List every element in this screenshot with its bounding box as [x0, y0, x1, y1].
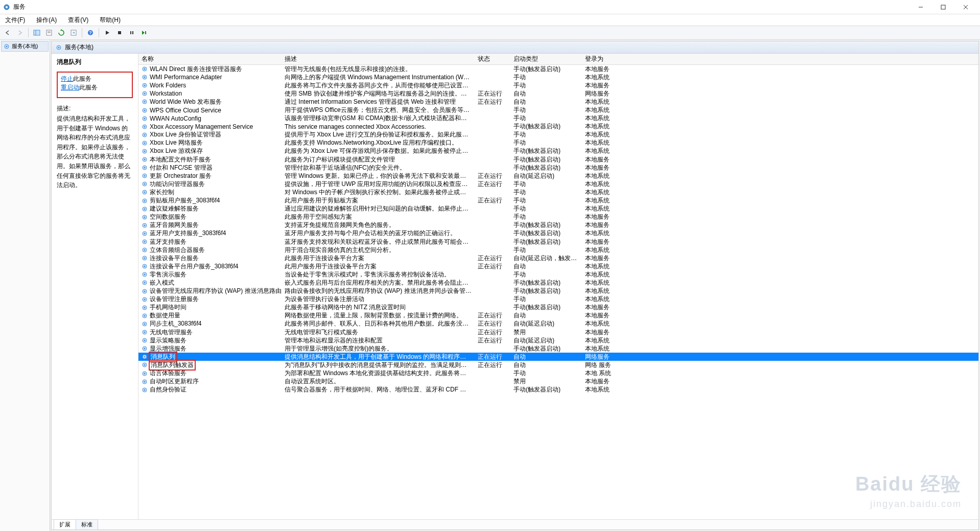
service-row[interactable]: Xbox Accessory Management ServiceThis se… — [138, 123, 978, 131]
service-name: 数据使用量 — [150, 311, 180, 320]
service-row[interactable]: 数据使用量网络数据使用量，流量上限，限制背景数据，按流量计费的网络。正在运行自动… — [138, 312, 978, 320]
menu-view[interactable]: 查看(V) — [66, 15, 90, 26]
col-header-description[interactable]: 描述 — [282, 55, 475, 63]
svg-point-51 — [144, 183, 146, 185]
service-row[interactable]: 建议疑难解答服务通过应用建议的疑难解答启用针对已知问题的自动缓解。如果停止，你的… — [138, 205, 978, 213]
service-row[interactable]: Xbox Live 游戏保存此服务为 Xbox Live 可保存游戏同步保存数据… — [138, 147, 978, 155]
service-row[interactable]: World Wide Web 发布服务通过 Internet Informati… — [138, 98, 978, 106]
service-startup-type: 手动 — [510, 369, 582, 378]
col-header-name[interactable]: 名称 — [138, 55, 282, 63]
svg-point-67 — [144, 249, 146, 251]
tab-extended[interactable]: 扩展 — [54, 519, 76, 529]
col-header-status[interactable]: 状态 — [475, 55, 510, 63]
service-row[interactable]: WWAN AutoConfig该服务管理移动宽带(GSM 和 CDMA)数据卡/… — [138, 114, 978, 123]
col-header-startup-type[interactable]: 启动类型 — [510, 55, 582, 63]
svg-point-29 — [144, 93, 146, 95]
show-hide-tree-button[interactable] — [31, 27, 42, 38]
service-description: 自动设置系统时区。 — [282, 377, 475, 386]
service-row[interactable]: 消息队列触发器为"消息队列"队列中接收的消息提供基于规则的监控。当满足规则条件时… — [138, 361, 978, 369]
gear-icon — [142, 214, 148, 220]
service-row[interactable]: Xbox Live 身份验证管理器提供用于与 Xbox Live 进行交互的身份… — [138, 131, 978, 139]
minimize-button[interactable] — [909, 1, 932, 14]
export-button[interactable] — [68, 27, 79, 38]
help-button[interactable]: ? — [85, 27, 96, 38]
menu-help[interactable]: 帮助(H) — [98, 15, 123, 26]
service-row[interactable]: 无线电管理服务无线电管理和飞行模式服务正在运行禁用本地服务 — [138, 328, 978, 336]
service-row[interactable]: 自然身份验证信号聚合器服务，用于根据时间、网络、地理位置、蓝牙和 CDF 因素评… — [138, 386, 978, 394]
service-row[interactable]: 剪贴板用户服务_3083f6f4此用户服务用于剪贴板方案正在运行手动本地系统 — [138, 197, 978, 205]
gear-icon — [142, 90, 148, 97]
service-name: WMI Performance Adapter — [150, 74, 222, 81]
service-row[interactable]: 自动时区更新程序自动设置系统时区。禁用本地服务 — [138, 378, 978, 386]
service-row[interactable]: WMI Performance Adapter向网络上的客户端提供 Window… — [138, 73, 978, 81]
selected-service-title: 消息队列 — [57, 58, 133, 66]
svg-point-71 — [144, 266, 146, 267]
service-description: 用于管理显示增强(如亮度控制)的服务。 — [282, 344, 475, 353]
service-row[interactable]: 蓝牙用户支持服务_3083f6f4蓝牙用户服务支持与每个用户会话相关的蓝牙功能的… — [138, 229, 978, 238]
service-row[interactable]: 付款和 NFC/SE 管理器管理付款和基于近场通信(NFC)的安全元件。手动(触… — [138, 164, 978, 172]
service-logon-as: 本地服务 — [582, 238, 643, 246]
service-description: 支持蓝牙免提规范音频网关角色的服务。 — [282, 221, 475, 229]
service-row[interactable]: 嵌入模式嵌入式服务启用与后台应用程序相关的方案。禁用此服务将会阻止激活后台应用程… — [138, 279, 978, 287]
gear-icon — [142, 247, 148, 253]
menu-bar: 文件(F) 操作(A) 查看(V) 帮助(H) — [0, 14, 980, 26]
svg-point-37 — [144, 126, 146, 127]
forward-button[interactable] — [14, 27, 26, 38]
service-row[interactable]: 功能访问管理器服务提供设施，用于管理 UWP 应用对应用功能的访问权限以及检查应… — [138, 180, 978, 188]
service-row[interactable]: 连接设备平台服务此服务用于连接设备平台方案正在运行自动(延迟启动，触发器启动)本… — [138, 254, 978, 262]
restart-service-button[interactable] — [138, 27, 150, 38]
service-row[interactable]: 蓝牙支持服务蓝牙服务支持发现和关联远程蓝牙设备。停止或禁用此服务可能会导致已安装… — [138, 238, 978, 246]
service-row[interactable]: 家长控制对 Windows 中的子帐户强制执行家长控制。如果此服务被停止或禁用，… — [138, 188, 978, 196]
service-row[interactable]: 语言体验服务为部署和配置 Windows 本地化资源提供基础结构支持。此服务将按… — [138, 369, 978, 377]
service-row[interactable]: 设备管理无线应用程序协议 (WAP) 推送消息路由服务路由设备接收到的无线应用程… — [138, 287, 978, 295]
service-description: 该服务管理移动宽带(GSM 和 CDMA)数据卡/嵌入式模块适配器和自动配置网络… — [282, 114, 475, 123]
refresh-button[interactable] — [56, 27, 67, 38]
service-row[interactable]: 立体音频组合器服务用于混合现实音频仿真的主机空间分析。手动本地系统 — [138, 246, 978, 254]
service-logon-as: 本地服务 — [582, 164, 643, 172]
service-startup-type: 手动 — [510, 196, 582, 205]
service-row[interactable]: 显示策略服务管理本地和远程显示器的连接和配置正在运行自动(延迟启动)本地系统 — [138, 336, 978, 344]
service-description: 此服务为订户标识模块提供配置文件管理 — [282, 155, 475, 164]
service-row[interactable]: WPS Office Cloud Service用于提供WPS Office云服… — [138, 106, 978, 114]
description-text: 提供消息结构和开发工具，用于创建基于 Windows 的网络和程序的分布式消息应… — [57, 114, 133, 190]
service-row[interactable]: Work Folders此服务将与工作文件夹服务器同步文件，从而使你能够使用已设… — [138, 81, 978, 89]
menu-file[interactable]: 文件(F) — [3, 15, 27, 26]
service-row[interactable]: 手机网络时间此服务基于移动网络中的 NITZ 消息设置时间手动(触发器启动)本地… — [138, 304, 978, 312]
col-header-logon-as[interactable]: 登录为 — [582, 55, 643, 63]
service-row[interactable]: 空间数据服务此服务用于空间感知方案手动本地服务 — [138, 213, 978, 221]
service-row[interactable]: 同步主机_3083f6f4此服务将同步邮件、联系人、日历和各种其他用户数据。此服… — [138, 320, 978, 328]
service-row[interactable]: Xbox Live 网络服务此服务支持 Windows.Networking.X… — [138, 139, 978, 147]
restart-service-link[interactable]: 重启动 — [61, 84, 79, 91]
gear-icon — [142, 124, 148, 130]
service-list[interactable]: 名称 描述 状态 启动类型 登录为 WLAN Direct 服务连接管理器服务管… — [138, 54, 978, 519]
tree-node-services-local[interactable]: 服务(本地) — [1, 41, 49, 52]
service-startup-type: 手动(触发器启动) — [510, 229, 582, 238]
stop-service-button[interactable] — [114, 27, 125, 38]
service-row[interactable]: 连接设备平台用户服务_3083f6f4此用户服务用于连接设备平台方案正在运行自动… — [138, 262, 978, 270]
pause-service-button[interactable] — [126, 27, 137, 38]
close-button[interactable] — [954, 1, 977, 14]
service-row[interactable]: 设备管理注册服务为设备管理执行设备注册活动手动本地系统 — [138, 295, 978, 304]
tab-standard[interactable]: 标准 — [76, 519, 98, 529]
maximize-button[interactable] — [932, 1, 954, 14]
start-service-button[interactable] — [102, 27, 113, 38]
service-row[interactable]: 更新 Orchestrator 服务管理 Windows 更新。如果已停止，你的… — [138, 172, 978, 180]
menu-action[interactable]: 操作(A) — [34, 15, 59, 26]
properties-button[interactable] — [43, 27, 55, 38]
back-button[interactable] — [2, 27, 13, 38]
service-name: Work Folders — [150, 82, 186, 89]
service-logon-as: 网络服务 — [582, 353, 643, 361]
service-row[interactable]: 本地配置文件助手服务此服务为订户标识模块提供配置文件管理手动(触发器启动)本地服… — [138, 155, 978, 164]
svg-rect-15 — [130, 31, 131, 34]
service-row[interactable]: Workstation使用 SMB 协议创建并维护客户端网络与远程服务器之间的连… — [138, 89, 978, 98]
service-row[interactable]: WLAN Direct 服务连接管理器服务管理与无线服务(包括无线显示和接接)的… — [138, 65, 978, 73]
gear-icon — [142, 222, 148, 228]
service-row[interactable]: 蓝牙音频网关服务支持蓝牙免提规范音频网关角色的服务。手动(触发器启动)本地服务 — [138, 221, 978, 229]
stop-service-link[interactable]: 停止 — [61, 75, 73, 82]
service-row[interactable]: 零售演示服务当设备处于零售演示模式时，零售演示服务将控制设备活动。手动本地系统 — [138, 270, 978, 279]
service-description: 对 Windows 中的子帐户强制执行家长控制。如果此服务被停止或禁用，家长控制… — [282, 188, 475, 197]
service-description: 为部署和配置 Windows 本地化资源提供基础结构支持。此服务将按需启动，如果… — [282, 369, 475, 378]
service-startup-type: 手动(触发器启动) — [510, 65, 582, 74]
service-status: 正在运行 — [475, 89, 510, 98]
service-name: 显示策略服务 — [150, 336, 186, 345]
